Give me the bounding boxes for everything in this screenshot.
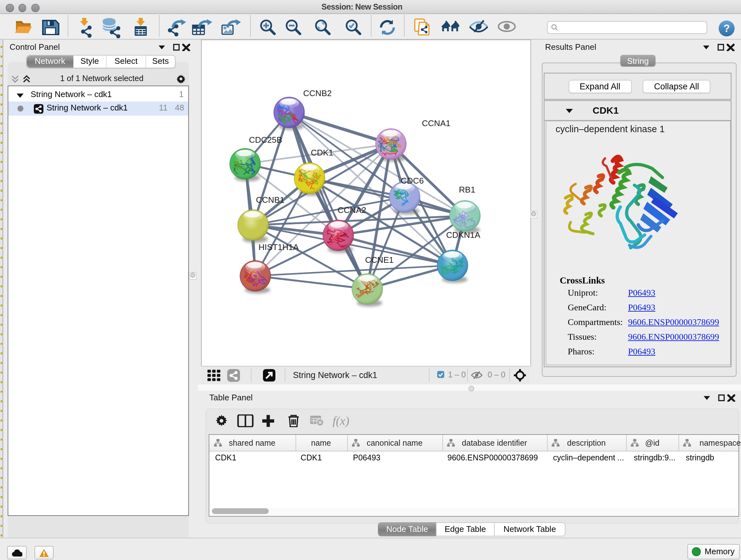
svg-text:CCNB2: CCNB2: [303, 88, 332, 98]
svg-text:CCNB1: CCNB1: [256, 195, 284, 204]
svg-text:RB1: RB1: [459, 185, 475, 194]
svg-text:CDC6: CDC6: [401, 176, 424, 185]
svg-text:CDKN1A: CDKN1A: [446, 230, 480, 240]
svg-text:CDK1: CDK1: [311, 147, 333, 157]
svg-text:CDC25B: CDC25B: [249, 135, 282, 144]
svg-text:CCNA1: CCNA1: [422, 118, 450, 128]
svg-text:HIST1H1A: HIST1H1A: [259, 242, 299, 252]
svg-text:CCNE1: CCNE1: [365, 255, 394, 264]
svg-text:CCNA2: CCNA2: [338, 205, 366, 214]
svg-text:f(x): f(x): [333, 414, 349, 427]
